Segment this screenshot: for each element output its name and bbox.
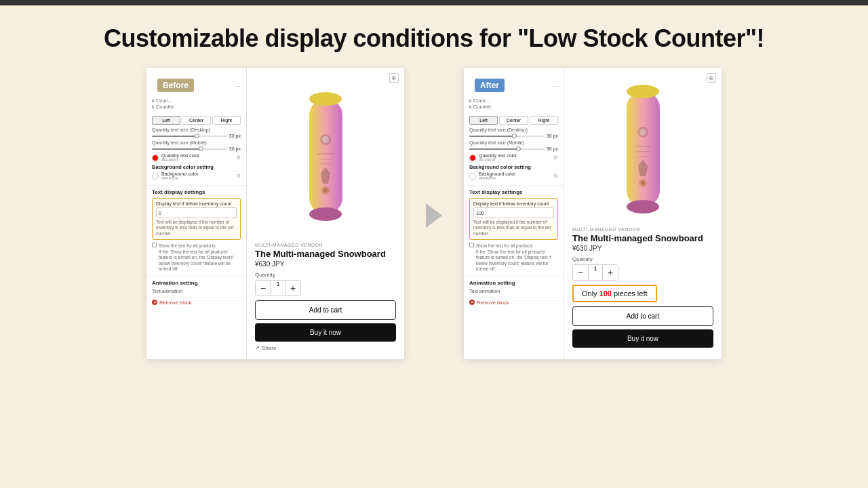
before-bg-gear[interactable]: ⚙	[236, 173, 241, 179]
svg-rect-6	[319, 159, 332, 160]
before-desktop-track[interactable]	[152, 136, 227, 137]
before-desktop-value: 30 px	[229, 134, 241, 138]
after-qty-plus[interactable]: +	[603, 265, 618, 280]
after-panel-menu-icon[interactable]: ⋯	[553, 83, 558, 89]
before-qty-plus[interactable]: +	[285, 281, 300, 296]
before-share[interactable]: ↗ Share	[255, 345, 396, 351]
after-bg-gear[interactable]: ⚙	[553, 173, 558, 179]
after-checkbox[interactable]	[469, 243, 474, 247]
after-desktop-value: 30 px	[547, 134, 558, 138]
before-qty-label: Quantity	[255, 272, 396, 278]
after-remove-icon: ✕	[469, 300, 475, 305]
before-color-gear[interactable]: ⚙	[236, 155, 241, 161]
low-stock-prefix: Only	[582, 289, 597, 298]
after-align-center[interactable]: Center	[499, 116, 528, 125]
svg-point-1	[309, 92, 342, 106]
svg-rect-17	[636, 151, 650, 152]
after-mobile-track[interactable]	[469, 148, 545, 150]
before-bg-color-row: Background color #FFFFFF ⚙	[152, 171, 241, 180]
after-bg-hex: #FFFFFF	[479, 176, 515, 180]
after-checkbox-row: Show the text for all products If the 'S…	[469, 242, 558, 272]
after-qty-minus[interactable]: −	[573, 265, 588, 280]
before-highlight-box: Display text if below inventory count Te…	[152, 198, 241, 240]
before-inventory-input[interactable]	[156, 207, 237, 218]
direction-arrow	[426, 203, 442, 228]
after-remove-block[interactable]: ✕ Remove block	[464, 298, 564, 308]
before-align-buttons: Left Center Right	[152, 116, 241, 125]
after-highlight-box: Display text if below inventory count Te…	[469, 198, 558, 240]
before-text-display-section: Text display settings Display text if be…	[146, 186, 246, 277]
content-area: Before ⋯ k Coun... k Counter Left Center…	[0, 68, 868, 359]
before-vendor: MULTI-MANAGED VENDOR	[255, 243, 396, 247]
after-bg-color-row: Background color #FFFFFF ⚙	[469, 171, 558, 180]
after-mobile-value: 30 px	[547, 146, 558, 151]
after-color-gear[interactable]: ⚙	[553, 155, 558, 161]
after-checkbox-text: Show the text for all products If the 'S…	[476, 243, 558, 272]
before-color-label: Quantity text color	[161, 153, 199, 158]
svg-rect-7	[320, 163, 331, 165]
svg-point-21	[641, 181, 645, 185]
after-product-name: The Multi-managed Snowboard	[572, 233, 713, 243]
before-align-right[interactable]: Right	[212, 116, 241, 125]
before-panel-menu-icon[interactable]: ⋯	[235, 83, 241, 89]
before-mobile-label: Quantity text size (Mobile)	[152, 140, 241, 145]
before-buy-now[interactable]: Buy it now	[255, 323, 396, 342]
after-align-right[interactable]: Right	[530, 116, 558, 125]
before-align-section: Left Center Right Quantity text size (De…	[146, 113, 246, 186]
after-text-section-title: Text display settings	[469, 189, 558, 195]
after-align-buttons: Left Center Right	[469, 116, 558, 125]
after-desktop-track[interactable]	[469, 136, 545, 137]
after-inventory-input[interactable]	[473, 207, 554, 218]
after-desktop-slider-row: Quantity text size (Desktop) 30 px	[469, 127, 558, 138]
after-color-circle[interactable]	[469, 155, 476, 161]
svg-point-2	[309, 207, 342, 221]
before-qty-minus[interactable]: −	[256, 281, 271, 296]
after-color-row: Quantity text color #FF0000 ⚙	[469, 153, 558, 162]
after-qty-label: Quantity	[572, 256, 713, 262]
before-remove-icon: ✕	[152, 300, 157, 305]
after-bg-circle[interactable]	[469, 173, 476, 180]
after-remove-label: Remove block	[477, 300, 509, 306]
after-align-left[interactable]: Left	[469, 116, 498, 125]
before-bg-circle[interactable]	[152, 173, 159, 180]
before-color-circle[interactable]	[152, 155, 159, 161]
low-stock-badge: Only 100 pieces left	[572, 285, 657, 302]
after-buy-now[interactable]: Buy it now	[572, 329, 713, 348]
after-display-label: Display text if below inventory count	[473, 201, 554, 206]
before-product-panel: ⊕	[247, 68, 404, 359]
low-stock-suffix: pieces left	[614, 289, 648, 298]
before-checkbox[interactable]	[152, 243, 157, 247]
after-add-to-cart[interactable]: Add to cart	[572, 306, 713, 326]
after-panel: After ⋯ k Coun... k Counter Left Center …	[464, 68, 722, 359]
svg-rect-11	[627, 92, 660, 207]
before-color-hex: #FF0000	[161, 158, 199, 162]
svg-point-15	[639, 129, 646, 136]
after-animation-title: Animation setting	[469, 280, 558, 286]
before-qty-controls: − 1 +	[255, 280, 301, 296]
after-mobile-label: Quantity text size (Mobile)	[469, 140, 558, 145]
svg-rect-16	[635, 146, 651, 147]
before-align-center[interactable]: Center	[182, 116, 210, 125]
after-vendor: MULTI-MANAGED VENDOR	[572, 227, 713, 232]
before-remove-label: Remove block	[159, 300, 192, 306]
after-color-label: Quantity text color	[479, 153, 517, 158]
before-mobile-track[interactable]	[152, 148, 227, 150]
before-mobile-slider-row: Quantity text size (Mobile) 30 px	[152, 140, 241, 151]
before-text-section-title: Text display settings	[152, 189, 241, 195]
after-bg-color-label: Background color	[479, 171, 515, 176]
before-product-info: MULTI-MANAGED VENDOR The Multi-managed S…	[255, 243, 396, 351]
before-remove-block[interactable]: ✕ Remove block	[146, 298, 246, 308]
after-align-section: Left Center Right Quantity text size (De…	[464, 113, 564, 186]
svg-point-4	[322, 136, 329, 143]
before-add-to-cart[interactable]: Add to cart	[255, 300, 396, 320]
before-align-left[interactable]: Left	[152, 116, 180, 125]
before-share-label: Share	[262, 345, 276, 351]
before-animation-label: Text animation	[152, 289, 241, 293]
svg-point-12	[627, 85, 659, 98]
before-product-name: The Multi-managed Snowboard	[255, 249, 396, 259]
after-mobile-slider-row: Quantity text size (Mobile) 30 px	[469, 140, 558, 151]
before-mobile-value: 30 px	[229, 146, 241, 151]
after-helper-text: Text will be displayed if the number of …	[473, 220, 554, 237]
svg-point-13	[627, 200, 659, 214]
before-panel-header-title: k Coun... k Counter	[146, 98, 246, 113]
